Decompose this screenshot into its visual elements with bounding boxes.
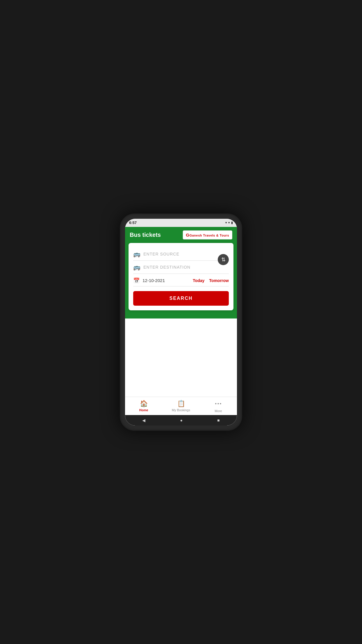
destination-row[interactable]: 🚌 ENTER DESTINATION bbox=[133, 261, 229, 274]
system-nav: ◀ ● ■ bbox=[125, 415, 237, 426]
nav-more-label: More bbox=[215, 409, 222, 413]
bus-source-icon: 🚌 bbox=[133, 251, 140, 258]
status-icons: ▾ ▾ ▮ bbox=[225, 221, 233, 225]
tomorrow-button[interactable]: Tomorrow bbox=[209, 278, 229, 283]
swap-button[interactable]: ⇅ bbox=[218, 254, 229, 265]
green-section: Bus tickets GGanesh Travels & Tours 🚌 EN… bbox=[125, 227, 237, 318]
phone-frame: 6:57 ▾ ▾ ▮ Bus tickets GGanesh Travels &… bbox=[120, 214, 242, 431]
source-row[interactable]: 🚌 ENTER SOURCE bbox=[133, 248, 229, 261]
app-header: Bus tickets GGanesh Travels & Tours bbox=[125, 227, 237, 243]
brand-logo: GGanesh Travels & Tours bbox=[183, 230, 232, 239]
brand-logo-text: GGanesh Travels & Tours bbox=[186, 233, 229, 237]
home-button[interactable]: ● bbox=[180, 418, 182, 423]
date-row[interactable]: 📅 12-10-2021 Today Tomorrow bbox=[133, 274, 229, 286]
recents-button[interactable]: ■ bbox=[217, 418, 219, 423]
bottom-nav: 🏠 Home 📋 My Bookings ··· More bbox=[125, 397, 237, 415]
search-button[interactable]: SEARCH bbox=[133, 291, 229, 306]
bookings-icon: 📋 bbox=[177, 400, 185, 407]
status-bar: 6:57 ▾ ▾ ▮ bbox=[125, 219, 237, 227]
home-icon: 🏠 bbox=[140, 400, 148, 407]
phone-screen: 6:57 ▾ ▾ ▮ Bus tickets GGanesh Travels &… bbox=[125, 219, 237, 426]
nav-item-home[interactable]: 🏠 Home bbox=[125, 397, 162, 415]
signal-icon: ▾ bbox=[228, 221, 230, 225]
app-title: Bus tickets bbox=[130, 232, 161, 238]
nav-item-bookings[interactable]: 📋 My Bookings bbox=[162, 397, 200, 415]
bus-destination-icon: 🚌 bbox=[133, 264, 140, 271]
status-time: 6:57 bbox=[129, 220, 137, 225]
swap-icon: ⇅ bbox=[221, 257, 226, 262]
calendar-icon: 📅 bbox=[133, 277, 140, 284]
back-button[interactable]: ◀ bbox=[142, 418, 145, 423]
content-area bbox=[125, 318, 237, 397]
battery-icon: ▮ bbox=[231, 221, 233, 225]
wifi-icon: ▾ bbox=[225, 221, 227, 225]
nav-item-more[interactable]: ··· More bbox=[200, 397, 237, 415]
source-input[interactable]: ENTER SOURCE bbox=[143, 252, 229, 256]
more-icon: ··· bbox=[215, 399, 222, 408]
search-card: 🚌 ENTER SOURCE ⇅ 🚌 ENTER DESTINATION 📅 1… bbox=[129, 243, 233, 310]
today-button[interactable]: Today bbox=[193, 278, 204, 283]
date-value[interactable]: 12-10-2021 bbox=[143, 278, 188, 283]
nav-bookings-label: My Bookings bbox=[172, 408, 190, 412]
nav-home-label: Home bbox=[139, 408, 148, 412]
destination-input[interactable]: ENTER DESTINATION bbox=[143, 265, 229, 270]
